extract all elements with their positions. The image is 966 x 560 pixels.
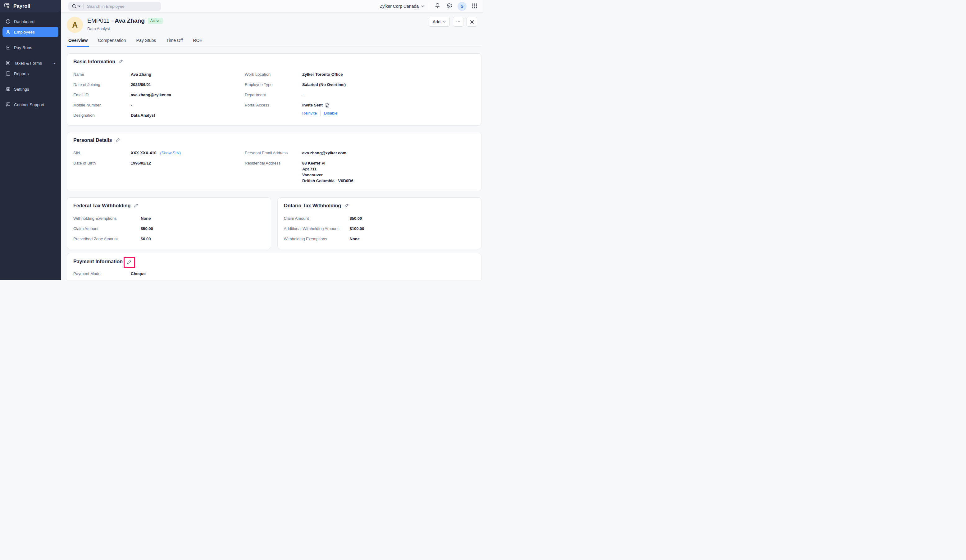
reinvite-link[interactable]: Reinvite	[302, 110, 317, 116]
federal-tax-withholding-card: Federal Tax Withholding Withholding Exem…	[67, 197, 271, 249]
sidebar-item-label: Settings	[14, 87, 29, 92]
field-row: Department-	[245, 90, 475, 100]
apps-grid-icon	[472, 3, 477, 10]
personal-details-card: Personal Details SINXXX-XXX-410(Show SIN…	[67, 132, 481, 191]
field-label: Claim Amount	[284, 215, 350, 221]
link-divider	[320, 111, 320, 116]
payruns-icon	[6, 45, 11, 50]
field-label: Date of Joining	[73, 82, 131, 88]
field-value: Data Analyst	[131, 112, 155, 118]
settings-button[interactable]	[446, 2, 453, 10]
field-value-text: -	[302, 92, 304, 98]
edit-ontario-tax-button[interactable]	[344, 202, 350, 209]
field-value-text: 1996/02/12	[131, 160, 151, 166]
doc-eye-icon	[325, 103, 330, 108]
chevron-right-icon: ▸	[54, 61, 55, 65]
field-row: Prescribed Zone Amount$0.00	[73, 234, 264, 244]
field-value-text: Data Analyst	[131, 112, 155, 118]
field-row: Personal Email Addressava.zhang@zylker.c…	[245, 148, 475, 158]
tab-compensation[interactable]: Compensation	[98, 38, 126, 47]
sidebar: Payroll DashboardEmployeesPay RunsTaxes …	[0, 0, 61, 280]
tab-overview[interactable]: Overview	[68, 38, 88, 47]
field-value: -	[131, 102, 132, 108]
reports-icon	[6, 71, 11, 76]
sidebar-item-reports[interactable]: Reports	[2, 68, 58, 79]
field-value-text: $50.00	[141, 226, 153, 232]
org-name: Zylker Corp Canada	[380, 4, 419, 9]
topbar: Zylker Corp Canada	[61, 0, 483, 13]
field-row: DesignationData Analyst	[73, 110, 245, 120]
sidebar-item-pay-runs[interactable]: Pay Runs	[2, 42, 58, 53]
add-button-label: Add	[433, 19, 440, 24]
sidebar-group-gap	[2, 79, 58, 84]
status-badge: Active	[148, 18, 163, 24]
field-label: Mobile Number	[73, 102, 131, 108]
sidebar-group-gap	[2, 53, 58, 58]
field-value: 2023/06/01	[131, 82, 151, 88]
tab-roe[interactable]: ROE	[193, 38, 202, 47]
federal-tax-title: Federal Tax Withholding	[73, 203, 130, 209]
main-area: Zylker Corp Canada	[61, 0, 483, 280]
field-value-text: 2023/06/01	[131, 82, 151, 88]
notifications-button[interactable]	[434, 2, 441, 10]
tab-time-off[interactable]: Time Off	[166, 38, 182, 47]
sidebar-item-settings[interactable]: Settings	[2, 84, 58, 94]
edit-payment-information-button[interactable]	[127, 260, 132, 265]
search-icon[interactable]	[72, 4, 80, 9]
add-button[interactable]: Add	[429, 17, 450, 27]
sidebar-item-label: Pay Runs	[14, 45, 32, 50]
address-line: Apt 711	[302, 166, 353, 172]
field-row: Payment ModeCheque	[73, 269, 475, 279]
close-icon	[470, 20, 474, 24]
user-avatar[interactable]: S	[458, 2, 467, 11]
employee-header: A EMP011 - Ava Zhang Active Data Analyst…	[67, 17, 481, 33]
sidebar-item-contact-support[interactable]: Contact Support	[2, 99, 58, 110]
app-logo[interactable]: Payroll	[0, 0, 61, 12]
disable-link[interactable]: Disable	[324, 110, 337, 116]
tab-pay-stubs[interactable]: Pay Stubs	[136, 38, 156, 47]
field-value-text: $100.00	[350, 226, 364, 232]
field-value: 88 Keefer PlApt 711VancouverBritish Colu…	[302, 160, 353, 184]
field-value-text: XXX-XXX-410	[131, 150, 156, 156]
employees-icon	[6, 29, 11, 34]
address-line: British Columbia - V6B0B6	[302, 178, 353, 184]
more-actions-button[interactable]	[453, 17, 463, 27]
field-label: Work Location	[245, 71, 302, 77]
edit-basic-information-button[interactable]	[118, 58, 124, 65]
ellipsis-icon	[456, 20, 461, 24]
close-button[interactable]	[467, 17, 477, 27]
sidebar-item-taxes-forms[interactable]: Taxes & Forms▸	[2, 58, 58, 68]
field-value-text: Cheque	[131, 271, 146, 277]
search-divider	[83, 4, 84, 9]
org-switcher[interactable]: Zylker Corp Canada	[380, 4, 424, 9]
sidebar-item-dashboard[interactable]: Dashboard	[2, 16, 58, 27]
field-label: Portal Access	[245, 102, 302, 108]
field-value: ava.zhang@zylker.com	[302, 150, 346, 156]
field-value: $50.00	[350, 215, 362, 221]
edit-personal-details-button[interactable]	[115, 137, 121, 144]
apps-button[interactable]	[471, 2, 478, 10]
field-row: Withholding ExemptionsNone	[284, 234, 475, 244]
search-input[interactable]	[86, 4, 158, 9]
field-value: Invite SentReinviteDisable	[302, 102, 337, 116]
field-label: Withholding Exemptions	[73, 215, 141, 221]
field-row: Date of Birth1996/02/12	[73, 158, 245, 168]
field-value: $0.00	[141, 236, 151, 242]
basic-information-title: Basic Information	[73, 59, 115, 65]
pencil-icon	[119, 59, 123, 65]
show-sin-link[interactable]: (Show SIN)	[160, 150, 181, 156]
basic-information-card: Basic Information NameAva ZhangDate of J…	[67, 53, 481, 126]
sidebar-item-employees[interactable]: Employees	[2, 27, 58, 37]
field-label: Designation	[73, 112, 131, 118]
chevron-down-icon	[421, 5, 424, 7]
search-scope-caret-icon[interactable]	[78, 6, 80, 7]
field-row: Work LocationZylker Toronto Office	[245, 69, 475, 79]
field-label: Additional Withholding Amount	[284, 226, 350, 232]
sidebar-item-label: Contact Support	[14, 102, 44, 107]
pencil-icon	[134, 203, 138, 209]
field-value-text: ava.zhang@zylker.ca	[131, 92, 171, 98]
edit-federal-tax-button[interactable]	[133, 202, 139, 209]
global-search[interactable]	[68, 2, 161, 11]
field-row: SINXXX-XXX-410(Show SIN)	[73, 148, 245, 158]
employee-title: EMP011 - Ava Zhang	[87, 17, 145, 24]
